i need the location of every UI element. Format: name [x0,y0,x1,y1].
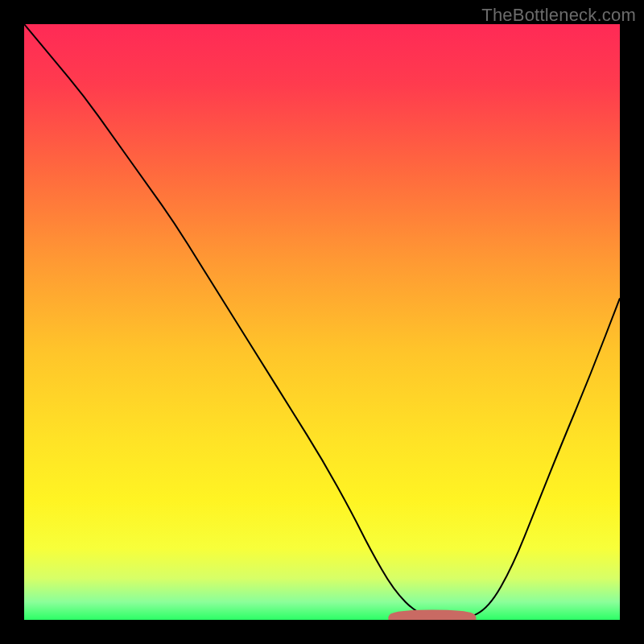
plot-area [24,24,620,620]
curve-layer [24,24,620,620]
trough-marker [394,615,471,618]
chart-container: { "watermark": "TheBottleneck.com", "col… [0,0,644,644]
watermark-text: TheBottleneck.com [481,5,636,26]
bottleneck-curve [24,24,620,620]
